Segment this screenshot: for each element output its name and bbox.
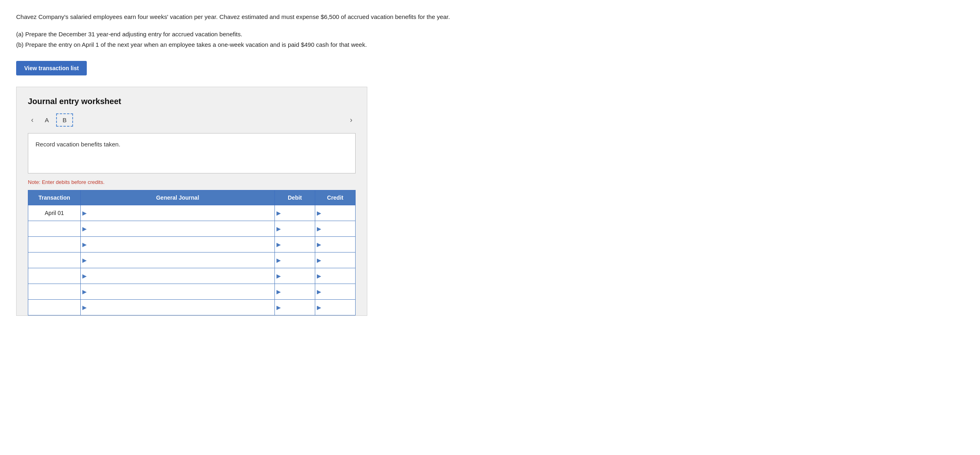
col-header-credit: Credit bbox=[315, 190, 356, 205]
table-row: ▶▶▶ bbox=[28, 284, 356, 300]
note-text: Note: Enter debits before credits. bbox=[28, 179, 356, 185]
tab-navigation: ‹ A B › bbox=[28, 113, 356, 127]
description-box: Record vacation benefits taken. bbox=[28, 133, 356, 173]
worksheet-title: Journal entry worksheet bbox=[28, 97, 356, 106]
credit-cell[interactable]: ▶ bbox=[315, 268, 356, 284]
general-journal-input[interactable] bbox=[87, 253, 274, 268]
gj-arrow-icon: ▶ bbox=[81, 225, 87, 232]
gj-arrow-icon: ▶ bbox=[81, 257, 87, 263]
general-journal-input[interactable] bbox=[87, 268, 274, 284]
table-row: ▶▶▶ bbox=[28, 253, 356, 268]
intro-paragraph-2: (a) Prepare the December 31 year-end adj… bbox=[16, 29, 509, 50]
tab-b[interactable]: B bbox=[56, 113, 73, 127]
general-journal-cell[interactable]: ▶ bbox=[81, 253, 275, 268]
table-row: ▶▶▶ bbox=[28, 237, 356, 253]
credit-cell[interactable]: ▶ bbox=[315, 300, 356, 315]
credit-input[interactable] bbox=[321, 300, 355, 315]
debit-arrow-icon: ▶ bbox=[275, 257, 281, 263]
debit-input[interactable] bbox=[281, 221, 315, 236]
debit-input[interactable] bbox=[281, 253, 315, 268]
credit-cell[interactable]: ▶ bbox=[315, 284, 356, 300]
credit-input[interactable] bbox=[321, 284, 355, 299]
transaction-cell bbox=[28, 253, 81, 268]
table-row: ▶▶▶ bbox=[28, 268, 356, 284]
credit-input[interactable] bbox=[321, 268, 355, 284]
prev-tab-chevron[interactable]: ‹ bbox=[28, 114, 37, 126]
general-journal-input[interactable] bbox=[87, 284, 274, 299]
journal-entry-worksheet: Journal entry worksheet ‹ A B › Record v… bbox=[16, 87, 367, 316]
credit-arrow-icon: ▶ bbox=[315, 304, 321, 311]
debit-cell[interactable]: ▶ bbox=[275, 253, 315, 268]
debit-arrow-icon: ▶ bbox=[275, 288, 281, 295]
credit-cell[interactable]: ▶ bbox=[315, 205, 356, 221]
transaction-cell bbox=[28, 237, 81, 253]
debit-cell[interactable]: ▶ bbox=[275, 221, 315, 237]
col-header-debit: Debit bbox=[275, 190, 315, 205]
general-journal-cell[interactable]: ▶ bbox=[81, 205, 275, 221]
gj-arrow-icon: ▶ bbox=[81, 304, 87, 311]
credit-input[interactable] bbox=[321, 253, 355, 268]
intro-paragraph-1: Chavez Company's salaried employees earn… bbox=[16, 12, 509, 22]
gj-arrow-icon: ▶ bbox=[81, 273, 87, 279]
next-tab-chevron[interactable]: › bbox=[347, 114, 356, 126]
general-journal-cell[interactable]: ▶ bbox=[81, 268, 275, 284]
debit-input[interactable] bbox=[281, 268, 315, 284]
credit-input[interactable] bbox=[321, 205, 355, 221]
debit-arrow-icon: ▶ bbox=[275, 304, 281, 311]
credit-arrow-icon: ▶ bbox=[315, 273, 321, 279]
transaction-cell bbox=[28, 284, 81, 300]
table-row: ▶▶▶ bbox=[28, 221, 356, 237]
table-row: April 01▶▶▶ bbox=[28, 205, 356, 221]
debit-cell[interactable]: ▶ bbox=[275, 300, 315, 315]
tab-a[interactable]: A bbox=[39, 114, 54, 126]
general-journal-input[interactable] bbox=[87, 221, 274, 236]
credit-input[interactable] bbox=[321, 221, 355, 236]
debit-input[interactable] bbox=[281, 284, 315, 299]
credit-arrow-icon: ▶ bbox=[315, 210, 321, 216]
debit-arrow-icon: ▶ bbox=[275, 225, 281, 232]
col-header-transaction: Transaction bbox=[28, 190, 81, 205]
table-row: ▶▶▶ bbox=[28, 300, 356, 315]
general-journal-cell[interactable]: ▶ bbox=[81, 237, 275, 253]
general-journal-input[interactable] bbox=[87, 205, 274, 221]
debit-cell[interactable]: ▶ bbox=[275, 237, 315, 253]
gj-arrow-icon: ▶ bbox=[81, 241, 87, 248]
credit-arrow-icon: ▶ bbox=[315, 288, 321, 295]
debit-arrow-icon: ▶ bbox=[275, 210, 281, 216]
credit-cell[interactable]: ▶ bbox=[315, 221, 356, 237]
journal-table: Transaction General Journal Debit Credit… bbox=[28, 190, 356, 315]
general-journal-cell[interactable]: ▶ bbox=[81, 300, 275, 315]
general-journal-cell[interactable]: ▶ bbox=[81, 221, 275, 237]
credit-arrow-icon: ▶ bbox=[315, 225, 321, 232]
credit-cell[interactable]: ▶ bbox=[315, 253, 356, 268]
transaction-cell bbox=[28, 221, 81, 237]
gj-arrow-icon: ▶ bbox=[81, 210, 87, 216]
debit-cell[interactable]: ▶ bbox=[275, 284, 315, 300]
transaction-cell bbox=[28, 300, 81, 315]
debit-cell[interactable]: ▶ bbox=[275, 268, 315, 284]
col-header-general-journal: General Journal bbox=[81, 190, 275, 205]
general-journal-input[interactable] bbox=[87, 300, 274, 315]
debit-input[interactable] bbox=[281, 300, 315, 315]
view-transaction-button[interactable]: View transaction list bbox=[16, 61, 87, 75]
credit-arrow-icon: ▶ bbox=[315, 241, 321, 248]
debit-cell[interactable]: ▶ bbox=[275, 205, 315, 221]
debit-arrow-icon: ▶ bbox=[275, 241, 281, 248]
debit-arrow-icon: ▶ bbox=[275, 273, 281, 279]
transaction-cell bbox=[28, 268, 81, 284]
credit-cell[interactable]: ▶ bbox=[315, 237, 356, 253]
debit-input[interactable] bbox=[281, 205, 315, 221]
general-journal-input[interactable] bbox=[87, 237, 274, 252]
credit-arrow-icon: ▶ bbox=[315, 257, 321, 263]
transaction-cell: April 01 bbox=[28, 205, 81, 221]
gj-arrow-icon: ▶ bbox=[81, 288, 87, 295]
debit-input[interactable] bbox=[281, 237, 315, 252]
general-journal-cell[interactable]: ▶ bbox=[81, 284, 275, 300]
credit-input[interactable] bbox=[321, 237, 355, 252]
